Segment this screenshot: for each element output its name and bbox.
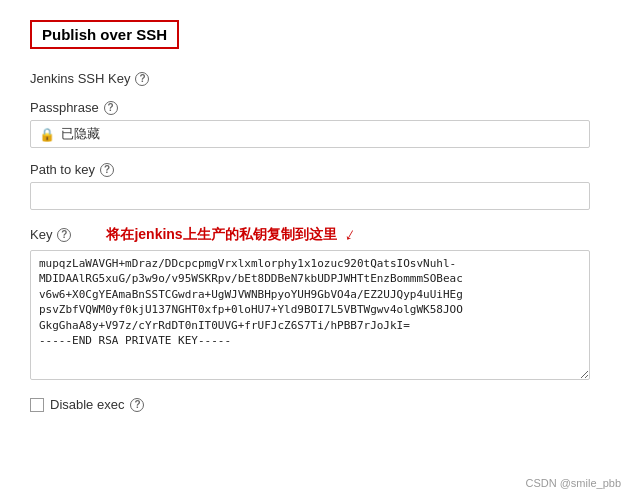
key-textarea[interactable] — [30, 250, 590, 380]
disable-exec-row: Disable exec ? — [30, 397, 611, 412]
section-title: Publish over SSH — [30, 20, 179, 49]
disable-exec-checkbox[interactable] — [30, 398, 44, 412]
disable-exec-label: Disable exec — [50, 397, 124, 412]
passphrase-input-wrapper[interactable]: 🔒 已隐藏 — [30, 120, 590, 148]
path-to-key-input[interactable] — [30, 182, 590, 210]
lock-icon: 🔒 — [39, 127, 55, 142]
path-to-key-help[interactable]: ? — [100, 163, 114, 177]
path-to-key-label: Path to key — [30, 162, 95, 177]
key-label: Key — [30, 227, 52, 242]
key-annotation: 将在jenkins上生产的私钥复制到这里 — [106, 226, 336, 244]
passphrase-label: Passphrase — [30, 100, 99, 115]
passphrase-field: Passphrase ? 🔒 已隐藏 — [30, 100, 611, 148]
key-field: Key ? 将在jenkins上生产的私钥复制到这里 ↓ — [30, 224, 611, 383]
path-to-key-field: Path to key ? — [30, 162, 611, 210]
jenkins-ssh-key-help[interactable]: ? — [135, 72, 149, 86]
jenkins-ssh-key-label: Jenkins SSH Key — [30, 71, 130, 86]
key-help[interactable]: ? — [57, 228, 71, 242]
passphrase-hidden-text: 已隐藏 — [61, 125, 100, 143]
jenkins-ssh-key-field: Jenkins SSH Key ? — [30, 71, 611, 86]
disable-exec-help[interactable]: ? — [130, 398, 144, 412]
annotation-arrow-icon: ↓ — [341, 223, 359, 246]
passphrase-help[interactable]: ? — [104, 101, 118, 115]
footer-credit: CSDN @smile_pbb — [525, 477, 621, 489]
